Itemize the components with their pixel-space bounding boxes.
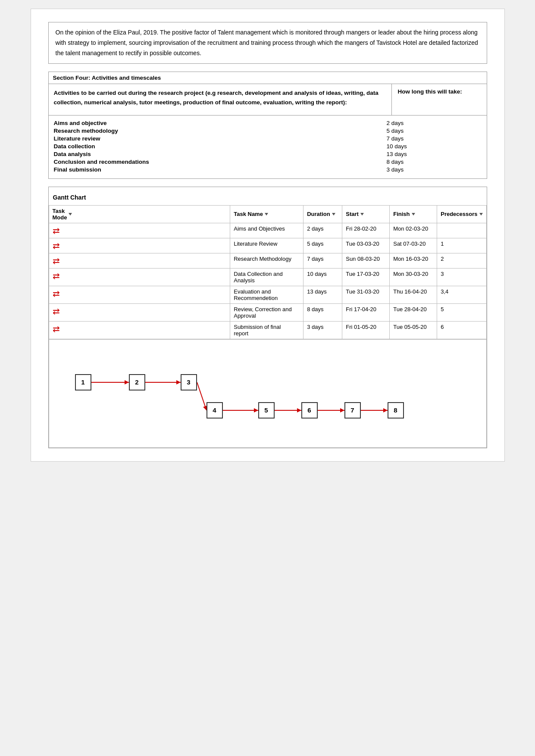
svg-marker-7 (254, 408, 258, 412)
start-cell-2: Sun 08-03-20 (342, 253, 390, 268)
task-name-sort-icon[interactable] (265, 213, 268, 216)
network-node-5: 5 (258, 402, 275, 419)
section-four-body: Activities to be carried out during the … (49, 84, 487, 115)
activity-name-5: Conclusion and recommendations (54, 159, 387, 165)
activities-header-left: Activities to be carried out during the … (54, 88, 386, 107)
duration-cell-0: 2 days (303, 223, 342, 238)
task-mode-icon: ⇄ (53, 241, 60, 250)
finish-sort-icon[interactable] (412, 213, 415, 216)
start-cell-3: Tue 17-03-20 (342, 268, 390, 286)
start-cell-5: Fri 17-04-20 (342, 303, 390, 321)
task-mode-icon: ⇄ (53, 324, 60, 334)
task-mode-icon: ⇄ (53, 256, 60, 266)
svg-marker-13 (383, 408, 388, 412)
network-node-7: 7 (344, 402, 361, 419)
start-sort-icon[interactable] (360, 213, 364, 216)
finish-cell-0: Mon 02-03-20 (390, 223, 437, 238)
network-node-8: 8 (388, 402, 404, 419)
start-cell-0: Fri 28-02-20 (342, 223, 390, 238)
task-mode-cell-4: ⇄ (49, 286, 230, 303)
task-name-cell-0: Aims and Objectives (230, 223, 303, 238)
task-mode-cell-3: ⇄ (49, 268, 230, 286)
table-row: ⇄Evaluation and Recommendetion13 daysTue… (49, 286, 486, 303)
network-arrows-svg (62, 348, 473, 434)
how-long-header: How long this will take: (398, 88, 481, 95)
activities-description: Activities to be carried out during the … (49, 84, 392, 115)
predecessors-cell-6: 6 (437, 321, 486, 339)
th-finish-label: Finish (393, 211, 410, 217)
activity-duration-3: 10 days (387, 143, 482, 150)
network-node-4: 4 (206, 402, 223, 419)
task-mode-sort-icon[interactable] (69, 213, 72, 216)
task-mode-icon: ⇄ (53, 306, 60, 316)
th-duration-label: Duration (307, 211, 330, 217)
predecessors-cell-2: 2 (437, 253, 486, 268)
svg-marker-9 (297, 408, 301, 412)
task-name-cell-4: Evaluation and Recommendetion (230, 286, 303, 303)
task-name-cell-2: Research Methodology (230, 253, 303, 268)
svg-marker-11 (340, 408, 344, 412)
activity-duration-6: 3 days (387, 166, 482, 173)
finish-cell-4: Thu 16-04-20 (390, 286, 437, 303)
activity-duration-0: 2 days (387, 120, 482, 126)
predecessors-cell-3: 3 (437, 268, 486, 286)
svg-line-4 (197, 382, 206, 410)
th-task-mode-label: TaskMode (53, 208, 67, 221)
th-duration: Duration (303, 205, 342, 223)
finish-cell-2: Mon 16-03-20 (390, 253, 437, 268)
activity-names: Aims and objectiveResearch methodologyLi… (54, 120, 387, 174)
task-mode-icon: ⇄ (53, 289, 60, 298)
duration-sort-icon[interactable] (332, 213, 335, 216)
table-row: ⇄Review, Correction and Approval8 daysFr… (49, 303, 486, 321)
section-four-title: Section Four: Activities and timescales (49, 72, 487, 84)
page: On the opinion of the Eliza Paul, 2019. … (31, 9, 505, 462)
duration-cell-1: 5 days (303, 238, 342, 253)
finish-cell-5: Tue 28-04-20 (390, 303, 437, 321)
activity-duration-2: 7 days (387, 135, 482, 142)
finish-cell-3: Mon 30-03-20 (390, 268, 437, 286)
th-predecessors-label: Predecessors (441, 211, 477, 217)
task-mode-icon: ⇄ (53, 226, 60, 235)
duration-cell-2: 7 days (303, 253, 342, 268)
activity-row: Aims and objectiveResearch methodologyLi… (54, 120, 482, 174)
th-task-mode: TaskMode (49, 205, 230, 223)
task-name-cell-5: Review, Correction and Approval (230, 303, 303, 321)
task-mode-cell-2: ⇄ (49, 253, 230, 268)
task-mode-cell-1: ⇄ (49, 238, 230, 253)
predecessors-cell-4: 3,4 (437, 286, 486, 303)
start-cell-6: Fri 01-05-20 (342, 321, 390, 339)
activity-duration-4: 13 days (387, 151, 482, 157)
predecessors-cell-0 (437, 223, 486, 238)
activity-name-1: Research methodology (54, 128, 387, 134)
th-start-label: Start (346, 211, 359, 217)
task-name-cell-6: Submission of final report (230, 321, 303, 339)
activity-name-6: Final submission (54, 166, 387, 173)
intro-text-box: On the opinion of the Eliza Paul, 2019. … (48, 22, 487, 64)
intro-paragraph: On the opinion of the Eliza Paul, 2019. … (56, 29, 478, 56)
task-name-cell-3: Data Collection and Analysis (230, 268, 303, 286)
activity-duration-1: 5 days (387, 128, 482, 134)
finish-cell-1: Sat 07-03-20 (390, 238, 437, 253)
th-finish: Finish (390, 205, 437, 223)
gantt-chart-area: 12345678 (49, 339, 487, 448)
gantt-table: TaskMode Task Name Duration (49, 205, 487, 339)
duration-cell-6: 3 days (303, 321, 342, 339)
activity-durations: 2 days5 days7 days10 days13 days8 days3 … (387, 120, 482, 174)
gantt-tbody: ⇄Aims and Objectives2 daysFri 28-02-20Mo… (49, 223, 486, 339)
activity-name-4: Data analysis (54, 151, 387, 157)
duration-cell-3: 10 days (303, 268, 342, 286)
gantt-header-row: TaskMode Task Name Duration (49, 205, 486, 223)
th-task-name: Task Name (230, 205, 303, 223)
network-node-2: 2 (129, 374, 145, 390)
activities-section: Aims and objectiveResearch methodologyLi… (49, 116, 487, 178)
finish-cell-6: Tue 05-05-20 (390, 321, 437, 339)
network-node-1: 1 (75, 374, 91, 390)
activity-name-2: Literature review (54, 135, 387, 142)
predecessors-sort-icon[interactable] (479, 213, 483, 216)
predecessors-cell-1: 1 (437, 238, 486, 253)
network-diagram: 12345678 (62, 348, 473, 434)
table-row: ⇄Research Methodology7 daysSun 08-03-20M… (49, 253, 486, 268)
table-row: ⇄Literature Review5 daysTue 03-03-20Sat … (49, 238, 486, 253)
svg-marker-3 (176, 380, 181, 384)
activity-name-3: Data collection (54, 143, 387, 150)
